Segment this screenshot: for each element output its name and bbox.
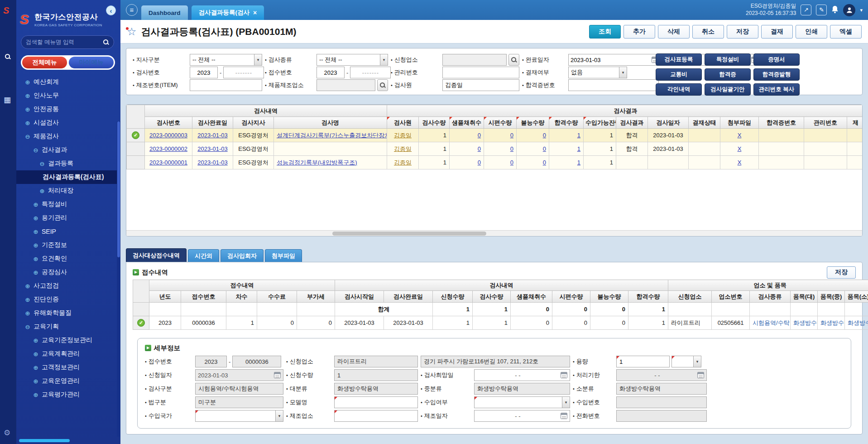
mgmt-no-input[interactable] — [442, 67, 519, 78]
print-button[interactable]: 인쇄 — [796, 25, 827, 39]
sidebar-horizontal-scrollbar[interactable] — [19, 439, 70, 442]
receipt-no-input[interactable] — [350, 67, 391, 78]
nav-item[interactable]: 용기관리 — [16, 211, 120, 225]
tab-witness[interactable]: 검사입회자 — [221, 249, 264, 262]
sidebar-vertical-scrollbar[interactable] — [117, 121, 120, 437]
nav-item[interactable]: 요건확인 — [16, 252, 120, 265]
complete-date-link[interactable]: 2023-01-03 — [197, 159, 228, 166]
approval-select[interactable]: 없음 — [568, 67, 627, 78]
search-button[interactable]: 조회 — [589, 25, 621, 39]
special-equipment-button[interactable]: 특정설비 — [705, 53, 751, 66]
menu-search-input[interactable] — [26, 39, 100, 45]
bell-icon[interactable] — [831, 5, 839, 15]
tab-overtime[interactable]: 시간외 — [188, 249, 219, 262]
nav-item[interactable]: 교육평가관리 — [16, 388, 120, 401]
inspection-sheet-button[interactable]: 검사표등록 — [656, 53, 702, 66]
model-input[interactable] — [334, 396, 418, 408]
calendar-icon[interactable] — [697, 372, 704, 378]
pass-cert-issue-button[interactable]: 합격증발행 — [753, 68, 800, 81]
nav-item[interactable]: 사고점검 — [16, 279, 120, 293]
pass-cert-button[interactable]: 합격증 — [705, 68, 751, 81]
nav-item[interactable]: 처리대장 — [16, 184, 120, 198]
favorite-star-icon[interactable] — [127, 25, 137, 38]
applicant-input[interactable] — [442, 54, 507, 66]
cert-no-input[interactable] — [568, 79, 659, 91]
receipt-no-year-input[interactable] — [317, 67, 345, 78]
grid-row[interactable]: 2023 0000036 1 0 0 2023-01-03 2023-01-03… — [133, 316, 868, 330]
all-menu-button[interactable]: 전체메뉴 — [22, 57, 67, 68]
attachment-link[interactable]: X — [738, 132, 742, 139]
grid-row[interactable]: 2023-0000002 2023-01-03 ESG경영처 김종일 1 0 0… — [127, 142, 863, 156]
nav-item[interactable]: 시설검사 — [16, 116, 120, 130]
nav-item[interactable]: 인사노무 — [16, 89, 120, 102]
calendar-icon[interactable] — [561, 413, 567, 419]
rail-search-icon[interactable] — [5, 53, 11, 61]
nav-item[interactable]: 교육기획 — [16, 320, 120, 333]
copy-mgmt-no-button[interactable]: 관리번호 복사 — [753, 83, 800, 96]
import-country-select[interactable] — [195, 410, 283, 422]
approve-button[interactable]: 결재 — [761, 25, 793, 39]
collapse-sidebar-button[interactable] — [106, 5, 116, 15]
menu-search-icon[interactable] — [103, 39, 109, 45]
inspector-input[interactable] — [442, 79, 519, 91]
nav-item[interactable]: 공장심사 — [16, 265, 120, 279]
delete-button[interactable]: 삭제 — [658, 25, 690, 39]
nav-item[interactable]: 고객정보관리 — [16, 361, 120, 374]
transport-fee-button[interactable]: 교통비 — [656, 68, 702, 81]
tab-inspection-result[interactable]: 검사결과등록(검사 — [192, 5, 264, 20]
nav-item[interactable]: 제품검사 — [16, 130, 120, 143]
nav-item[interactable]: 예산회계 — [16, 75, 120, 89]
inspector-link[interactable]: 김종일 — [394, 145, 412, 152]
inspection-no-year-input[interactable] — [190, 67, 218, 78]
item-no-input[interactable] — [190, 79, 262, 91]
nav-item[interactable]: 검사결과 — [16, 143, 120, 157]
inspection-no-input[interactable] — [223, 67, 264, 78]
inspection-no-link[interactable]: 2023-0000001 — [149, 159, 187, 166]
scrollbar-thumb[interactable] — [332, 232, 486, 236]
capacity-unit-select[interactable] — [671, 356, 701, 367]
capacity-input[interactable] — [616, 356, 670, 367]
calendar-icon[interactable] — [561, 372, 567, 378]
tab-dashboard[interactable]: Dashboard — [141, 5, 188, 20]
applicant-search-button[interactable] — [508, 54, 519, 66]
maker-input[interactable] — [317, 79, 375, 91]
mfr-date-field[interactable]: - - — [474, 410, 570, 422]
manufacturer-input[interactable] — [334, 410, 418, 422]
save-button[interactable]: 저장 — [727, 25, 758, 39]
settings-gear-icon[interactable] — [4, 428, 10, 438]
certificate-button[interactable]: 증명서 — [753, 53, 800, 66]
open-window-icon[interactable] — [801, 5, 811, 15]
inspection-name-link[interactable]: 설계단계검사기록부(가스누출경보차단장치) — [277, 132, 387, 139]
complete-date-from[interactable] — [568, 54, 661, 66]
engrave-list-button[interactable]: 각인내역 — [656, 83, 702, 96]
cancel-button[interactable]: 취소 — [692, 25, 724, 39]
nav-item[interactable]: 기준정보 — [16, 238, 120, 252]
calendar-icon[interactable] — [274, 372, 281, 378]
nav-item[interactable]: 진단인증 — [16, 293, 120, 306]
rail-apps-icon[interactable] — [4, 95, 11, 105]
my-menu-button[interactable]: 마이메뉴 — [69, 57, 114, 68]
nav-item[interactable]: 교육운영관리 — [16, 374, 120, 388]
branch-select[interactable]: -- 전체 -- — [190, 54, 262, 66]
inspection-no-link[interactable]: 2023-0000003 — [149, 132, 187, 139]
attachment-link[interactable]: X — [738, 159, 742, 166]
nav-item[interactable]: 교육계획관리 — [16, 347, 120, 361]
add-button[interactable]: 추가 — [623, 25, 655, 39]
horizontal-scrollbar[interactable] — [126, 230, 862, 236]
scrollbar-thumb[interactable] — [117, 121, 120, 257]
nav-item[interactable]: 특정설비 — [16, 198, 120, 211]
nav-item[interactable]: SEIP — [16, 225, 120, 238]
attachment-link[interactable]: X — [738, 145, 742, 152]
close-icon[interactable] — [253, 10, 257, 16]
grid-row[interactable]: 2023-0000001 2023-01-03 ESG경영처 성능검정기록부(내… — [127, 156, 863, 169]
chevron-down-icon[interactable] — [860, 7, 863, 13]
maker-search-button[interactable] — [377, 79, 388, 91]
nav-item[interactable]: 유해화학물질 — [16, 306, 120, 320]
import-select[interactable] — [474, 396, 570, 408]
inspector-link[interactable]: 김종일 — [394, 159, 412, 166]
avatar[interactable] — [843, 4, 855, 16]
complete-date-link[interactable]: 2023-01-03 — [197, 145, 228, 152]
batch-draft-button[interactable]: 검사일괄기안 — [705, 83, 751, 96]
tab-attachments[interactable]: 첨부파일 — [265, 249, 302, 262]
excel-button[interactable]: 엑셀 — [830, 25, 862, 39]
